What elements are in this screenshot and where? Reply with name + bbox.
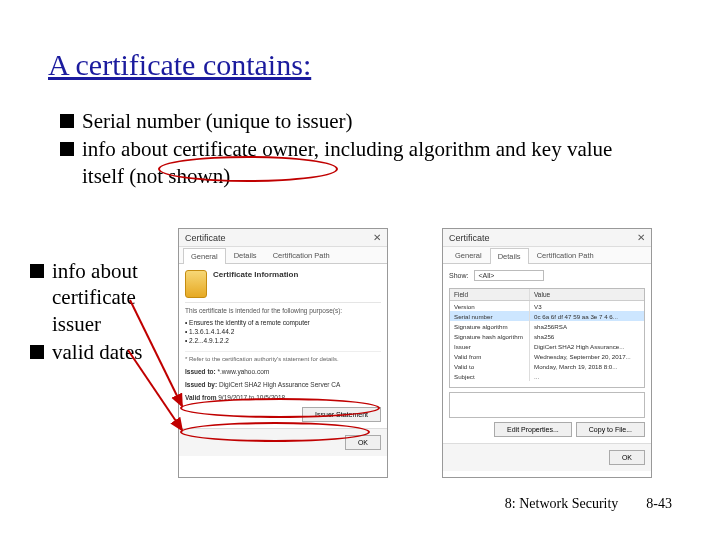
- certificate-general-window: Certificate ✕ General Details Certificat…: [178, 228, 388, 478]
- bullet-item: Serial number (unique to issuer): [60, 108, 640, 134]
- top-bullet-list: Serial number (unique to issuer) info ab…: [60, 108, 640, 191]
- slide-footer: 8: Network Security 8-43: [505, 496, 672, 512]
- general-body: Certificate Information This certificate…: [179, 264, 387, 428]
- bullet-text: valid dates: [52, 339, 142, 365]
- details-body: Show: <All> Field Value VersionV3 Serial…: [443, 264, 651, 443]
- table-row[interactable]: Subject...: [450, 371, 644, 381]
- close-icon[interactable]: ✕: [637, 232, 645, 243]
- valid-row: Valid from 9/19/2017 to 10/5/2018: [185, 394, 381, 401]
- issued-to-value: *.www.yahoo.com: [218, 368, 270, 375]
- valid-label: Valid from: [185, 394, 216, 401]
- show-label: Show: <All>: [449, 270, 645, 285]
- header-value: Value: [530, 289, 644, 300]
- issued-to-label: Issued to:: [185, 368, 216, 375]
- table-row[interactable]: Signature hash algorithmsha256: [450, 331, 644, 341]
- tab-cert-path[interactable]: Certification Path: [265, 247, 338, 263]
- details-value-pane: [449, 392, 645, 418]
- dialog-button-row: OK: [443, 443, 651, 471]
- tab-cert-path[interactable]: Certification Path: [529, 247, 602, 263]
- window-title: Certificate: [449, 233, 490, 243]
- issuer-statement-button[interactable]: Issuer Statement: [302, 407, 381, 422]
- close-icon[interactable]: ✕: [373, 232, 381, 243]
- bullet-text: Serial number (unique to issuer): [82, 108, 353, 134]
- certificate-details-window: Certificate ✕ General Details Certificat…: [442, 228, 652, 478]
- oid-line: • 2.2...4.9.1.2.2: [185, 336, 381, 345]
- tab-bar: General Details Certification Path: [443, 247, 651, 264]
- header-field: Field: [450, 289, 530, 300]
- cert-info-heading: Certificate Information: [213, 270, 298, 279]
- ok-button[interactable]: OK: [609, 450, 645, 465]
- valid-value: 9/19/2017 to 10/5/2018: [218, 394, 285, 401]
- ok-button[interactable]: OK: [345, 435, 381, 450]
- tab-general[interactable]: General: [183, 248, 226, 264]
- certificate-badge-icon: [185, 270, 207, 298]
- purpose-intro: This certificate is intended for the fol…: [185, 307, 381, 314]
- issued-by-label: Issued by:: [185, 381, 217, 388]
- window-title: Certificate: [185, 233, 226, 243]
- table-row[interactable]: Signature algorithmsha256RSA: [450, 321, 644, 331]
- table-row[interactable]: VersionV3: [450, 301, 644, 311]
- oid-line: • Ensures the identity of a remote compu…: [185, 318, 381, 327]
- show-select[interactable]: <All>: [474, 270, 544, 281]
- bullet-marker-icon: [60, 114, 74, 128]
- title-bar: Certificate ✕: [443, 229, 651, 247]
- edit-properties-button[interactable]: Edit Properties...: [494, 422, 572, 437]
- footer-section: 8: Network Security: [505, 496, 619, 512]
- title-bar: Certificate ✕: [179, 229, 387, 247]
- table-row[interactable]: Serial number0c 6a 6f df 47 59 aa 3e 7 4…: [450, 311, 644, 321]
- table-row[interactable]: IssuerDigiCert SHA2 High Assurance...: [450, 341, 644, 351]
- details-table[interactable]: Field Value VersionV3 Serial number0c 6a…: [449, 288, 645, 388]
- bullet-item: info about certificate owner, including …: [60, 136, 640, 189]
- bullet-item: valid dates: [30, 339, 165, 365]
- table-row[interactable]: Valid fromWednesday, September 20, 2017.…: [450, 351, 644, 361]
- issued-by-value: DigiCert SHA2 High Assurance Server CA: [219, 381, 340, 388]
- slide-title: A certificate contains:: [48, 48, 311, 82]
- oid-line: • 1.3.6.1.4.1.44.2: [185, 327, 381, 336]
- bullet-marker-icon: [60, 142, 74, 156]
- bullet-text: info about certificate issuer: [52, 258, 165, 337]
- bullet-text: info about certificate owner, including …: [82, 136, 640, 189]
- bullet-marker-icon: [30, 345, 44, 359]
- authority-note: * Refer to the certification authority's…: [185, 351, 381, 362]
- bullet-marker-icon: [30, 264, 44, 278]
- table-header: Field Value: [450, 289, 644, 301]
- table-row[interactable]: Valid toMonday, March 19, 2018 8:0...: [450, 361, 644, 371]
- issued-by-row: Issued by: DigiCert SHA2 High Assurance …: [185, 381, 381, 388]
- tab-details[interactable]: Details: [490, 248, 529, 264]
- tab-details[interactable]: Details: [226, 247, 265, 263]
- tab-general[interactable]: General: [447, 247, 490, 263]
- bullet-item: info about certificate issuer: [30, 258, 165, 337]
- footer-page: 8-43: [646, 496, 672, 512]
- left-bullet-list: info about certificate issuer valid date…: [30, 258, 165, 367]
- tab-bar: General Details Certification Path: [179, 247, 387, 264]
- issued-to-row: Issued to: *.www.yahoo.com: [185, 368, 381, 375]
- dialog-button-row: OK: [179, 428, 387, 456]
- purpose-oid-list: • Ensures the identity of a remote compu…: [185, 318, 381, 345]
- copy-to-file-button[interactable]: Copy to File...: [576, 422, 645, 437]
